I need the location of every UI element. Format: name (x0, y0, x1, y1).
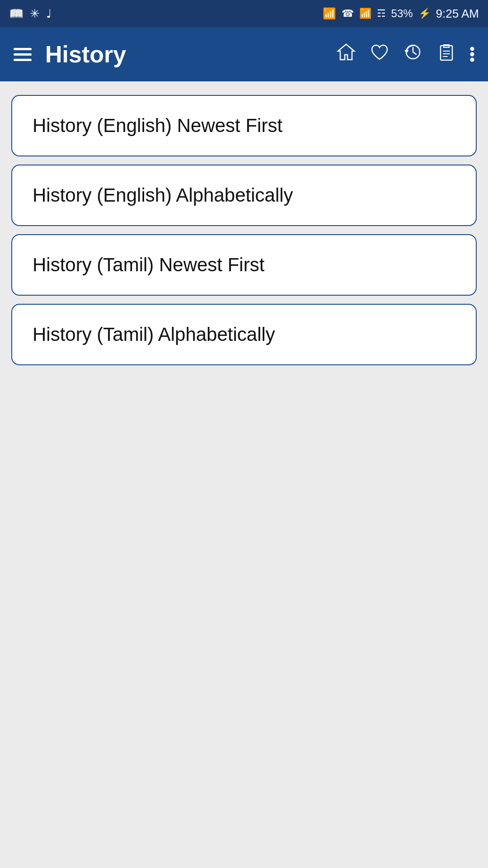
app-icon-music: ♩ (46, 7, 52, 21)
history-tamil-newest-first-label: History (Tamil) Newest First (33, 254, 264, 276)
history-english-alphabetically-label: History (English) Alphabetically (33, 184, 293, 206)
history-english-alphabetically-button[interactable]: History (English) Alphabetically (11, 165, 477, 226)
history-english-newest-first-label: History (English) Newest First (33, 115, 282, 137)
app-icon-book: 📖 (9, 7, 23, 21)
history-icon[interactable] (403, 42, 423, 66)
svg-point-6 (470, 52, 474, 57)
signal-bars-icon: 📶 (359, 8, 371, 19)
signal-icon-2: ☶ (377, 8, 386, 19)
hamburger-menu-button[interactable] (14, 48, 32, 61)
page-title: History (45, 41, 336, 68)
history-tamil-alphabetically-button[interactable]: History (Tamil) Alphabetically (11, 304, 477, 365)
checklist-icon[interactable] (436, 42, 456, 66)
history-english-newest-first-button[interactable]: History (English) Newest First (11, 95, 477, 156)
favorites-icon[interactable] (370, 42, 389, 66)
more-options-icon[interactable] (470, 44, 474, 64)
app-bar: History (0, 27, 488, 81)
status-bar: 📖 ✳ ♩ 📶 ☎ 📶 ☶ 53% ⚡ 9:25 AM (0, 0, 488, 27)
status-bar-right: 📶 ☎ 📶 ☶ 53% ⚡ 9:25 AM (323, 7, 479, 21)
svg-point-7 (470, 58, 474, 62)
svg-point-5 (470, 47, 474, 51)
app-bar-actions (336, 42, 474, 66)
history-tamil-alphabetically-label: History (Tamil) Alphabetically (33, 324, 275, 345)
app-icon-star: ✳ (30, 7, 40, 21)
wifi-icon: 📶 (323, 7, 336, 20)
menu-list: History (English) Newest First History (… (0, 81, 488, 379)
history-tamil-newest-first-button[interactable]: History (Tamil) Newest First (11, 234, 477, 296)
battery-icon: ⚡ (418, 8, 431, 19)
status-time: 9:25 AM (436, 7, 479, 21)
status-bar-left: 📖 ✳ ♩ (9, 7, 52, 21)
phone-icon: ☎ (342, 8, 354, 19)
home-icon[interactable] (336, 42, 356, 66)
battery-percentage: 53% (391, 7, 413, 20)
